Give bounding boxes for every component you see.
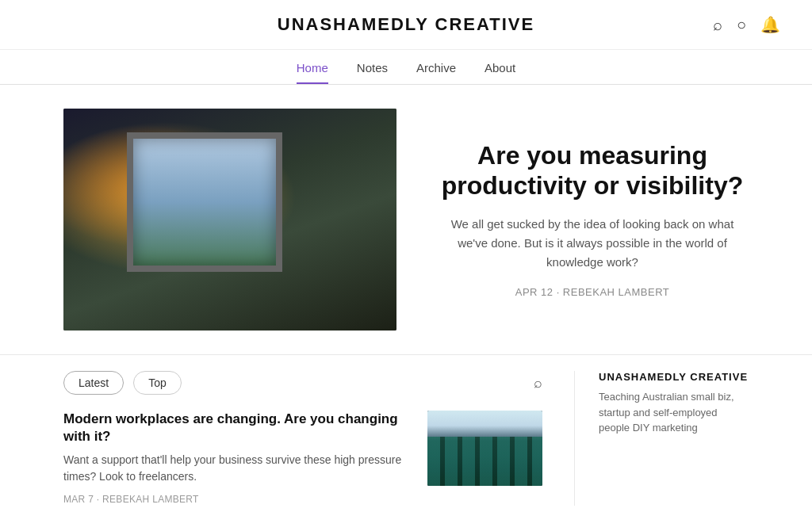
hero-content: Are you measuring productivity or visibi…: [436, 140, 749, 300]
posts-toolbar: Latest Top ⌕: [63, 371, 542, 395]
hero-section: Are you measuring productivity or visibi…: [0, 85, 812, 355]
header-icons: ⌕ ○ 🔔: [713, 15, 780, 34]
posts-area: Latest Top ⌕ Modern workplaces are chang…: [63, 371, 542, 506]
post-item: Modern workplaces are changing. Are you …: [63, 411, 542, 506]
site-title: UNASHAMEDLY CREATIVE: [278, 14, 534, 35]
sidebar: UNASHAMEDLY CREATIVE Teaching Australian…: [574, 371, 749, 506]
sidebar-description: Teaching Australian small biz, startup a…: [599, 389, 749, 436]
main-nav: Home Notes Archive About: [0, 50, 812, 85]
nav-home[interactable]: Home: [297, 61, 328, 84]
post-meta: MAR 7 · REBEKAH LAMBERT: [63, 494, 199, 505]
posts-search-icon: ⌕: [534, 375, 542, 391]
tab-top[interactable]: Top: [133, 371, 182, 395]
post-text: Modern workplaces are changing. Are you …: [63, 411, 412, 506]
sidebar-brand: UNASHAMEDLY CREATIVE: [599, 371, 749, 383]
nav-about[interactable]: About: [485, 61, 515, 84]
post-excerpt: Want a support that'll help your busines…: [63, 452, 412, 485]
bell-icon[interactable]: 🔔: [760, 15, 780, 34]
hero-excerpt: We all get sucked by the idea of looking…: [436, 215, 749, 272]
post-title[interactable]: Modern workplaces are changing. Are you …: [63, 411, 412, 445]
site-header: UNASHAMEDLY CREATIVE ⌕ ○ 🔔: [0, 0, 812, 50]
nav-archive[interactable]: Archive: [416, 61, 456, 84]
nav-notes[interactable]: Notes: [357, 61, 388, 84]
bottom-section: Latest Top ⌕ Modern workplaces are chang…: [0, 355, 812, 512]
post-image: [427, 411, 542, 486]
posts-search-button[interactable]: ⌕: [534, 375, 542, 392]
chat-icon[interactable]: ○: [737, 16, 746, 34]
hero-meta: APR 12 · REBEKAH LAMBERT: [515, 286, 670, 298]
search-icon[interactable]: ⌕: [713, 16, 722, 34]
hero-image: [63, 109, 396, 331]
hero-title: Are you measuring productivity or visibi…: [436, 140, 749, 201]
tab-latest[interactable]: Latest: [63, 371, 124, 395]
